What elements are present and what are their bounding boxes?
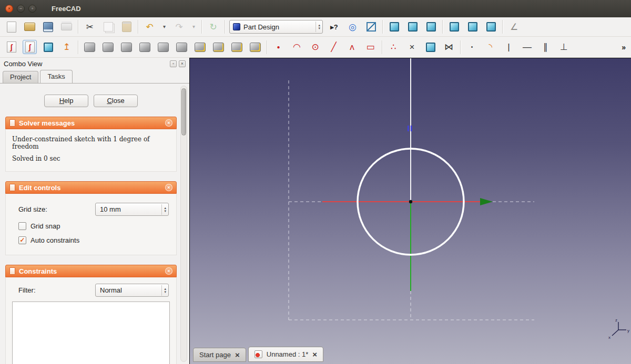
new-document-icon[interactable] xyxy=(4,20,18,34)
close-window-button[interactable]: × xyxy=(5,5,13,13)
open-document-icon[interactable] xyxy=(23,20,37,34)
undo-dropdown-icon[interactable]: ▾ xyxy=(161,20,168,34)
additive-loft-icon[interactable] xyxy=(156,40,170,54)
icon-glyph: ∴ xyxy=(389,42,399,53)
front-view-icon[interactable] xyxy=(387,20,401,34)
constraints-header[interactable]: Constraints × xyxy=(5,265,177,277)
panel-scrollbar-thumb[interactable] xyxy=(181,88,186,136)
tab-project[interactable]: Project xyxy=(3,71,38,83)
constrain-perpendicular-icon[interactable]: ⊥ xyxy=(557,40,571,54)
create-polyline-icon[interactable]: ʌ xyxy=(345,40,359,54)
filter-spinner[interactable]: ▴ ▾ xyxy=(161,285,166,296)
grid-size-spinner[interactable]: ▴ ▾ xyxy=(161,204,166,215)
create-circle-icon[interactable]: ⊙ xyxy=(308,40,322,54)
create-arc-icon[interactable]: ◠ xyxy=(290,40,304,54)
leave-sketch-icon[interactable]: ↥ xyxy=(59,40,74,54)
collapse-section-icon[interactable]: × xyxy=(165,184,172,191)
top-view-icon[interactable] xyxy=(405,20,420,34)
icon-glyph xyxy=(468,22,477,32)
icon-glyph xyxy=(139,43,150,52)
redo-icon[interactable]: ↷ xyxy=(172,20,186,34)
solver-messages-header[interactable]: Solver messages × xyxy=(5,117,177,129)
icon-glyph xyxy=(450,22,459,32)
rear-view-icon[interactable] xyxy=(447,20,461,34)
pocket-icon[interactable] xyxy=(101,40,115,54)
collapse-section-icon[interactable]: × xyxy=(165,267,172,275)
edit-controls-header[interactable]: Edit controls × xyxy=(5,181,177,194)
file-edit-toolbar: ✂↶▾↷▾↻ xyxy=(4,20,225,34)
refresh-icon[interactable]: ↻ xyxy=(206,20,220,34)
chamfer-icon[interactable] xyxy=(211,40,226,54)
create-rectangle-icon[interactable]: ▭ xyxy=(363,40,378,54)
constrain-vertical-icon[interactable]: | xyxy=(502,40,516,54)
combo-view-panel: Combo View ▫ × Project Tasks Help Close … xyxy=(0,58,189,364)
revolution-icon[interactable] xyxy=(119,40,134,54)
additive-pipe-icon[interactable] xyxy=(175,40,189,54)
3d-viewport[interactable]: z y x Start page × Unnamed : 1* × xyxy=(189,58,631,364)
save-document-icon[interactable] xyxy=(41,20,55,34)
whats-this-icon[interactable]: ▸? xyxy=(327,20,341,34)
grid-snap-checkbox[interactable] xyxy=(18,222,26,230)
icon-glyph xyxy=(61,23,72,30)
help-button[interactable]: Help xyxy=(44,95,88,107)
create-point-icon[interactable]: ● xyxy=(271,40,286,54)
external-geometry-icon[interactable] xyxy=(423,40,437,54)
origin-point[interactable] xyxy=(409,200,412,203)
auto-constraints-checkbox[interactable]: ✓ xyxy=(18,236,26,244)
panel-scrollbar[interactable] xyxy=(180,86,187,362)
trim-edge-icon[interactable]: × xyxy=(405,40,419,54)
edit-sketch-icon[interactable]: ʃ xyxy=(23,40,37,54)
symmetry-icon[interactable]: ⋈ xyxy=(442,40,456,54)
unnamed-tab-label: Unnamed : 1* xyxy=(267,350,309,358)
undo-icon[interactable]: ↶ xyxy=(143,20,157,34)
groove-icon[interactable] xyxy=(138,40,152,54)
copy-icon[interactable] xyxy=(101,20,115,34)
close-task-button[interactable]: Close xyxy=(94,95,138,107)
icon-glyph xyxy=(408,22,418,32)
close-panel-icon[interactable]: × xyxy=(179,60,186,67)
toolbar-overflow-icon[interactable]: » xyxy=(622,43,627,51)
print-icon[interactable] xyxy=(59,20,74,34)
constraints-title: Constraints xyxy=(19,267,161,275)
bottom-view-icon[interactable] xyxy=(465,20,480,34)
icon-glyph xyxy=(104,22,113,32)
constraint-filter-select[interactable]: Normal ▴ ▾ xyxy=(95,284,169,297)
paste-icon[interactable] xyxy=(119,20,134,34)
tab-unnamed-document[interactable]: Unnamed : 1* × xyxy=(248,347,323,362)
constrain-lock-icon[interactable]: • xyxy=(465,40,479,54)
fit-all-icon[interactable]: ◎ xyxy=(345,20,360,34)
icon-glyph xyxy=(24,23,35,31)
tab-tasks[interactable]: Tasks xyxy=(40,70,72,83)
measure-distance-icon[interactable]: ∠ xyxy=(507,20,521,34)
tab-start-page[interactable]: Start page × xyxy=(193,348,246,362)
grid-size-select[interactable]: 10 mm ▴ ▾ xyxy=(95,203,169,216)
maximize-window-button[interactable]: ▫ xyxy=(28,5,36,13)
close-tab-icon[interactable]: × xyxy=(312,350,317,358)
fillet-feature-icon[interactable] xyxy=(193,40,207,54)
constrain-arc-icon[interactable]: ◝ xyxy=(483,40,497,54)
float-panel-icon[interactable]: ▫ xyxy=(170,60,177,67)
thickness-icon[interactable] xyxy=(248,40,262,54)
icon-glyph xyxy=(426,22,436,32)
close-tab-icon[interactable]: × xyxy=(235,351,240,359)
draft-icon[interactable] xyxy=(230,40,244,54)
axonometric-view-icon[interactable] xyxy=(364,20,378,34)
constrain-coincident-icon[interactable]: ∴ xyxy=(386,40,401,54)
minimize-window-button[interactable]: − xyxy=(17,5,25,13)
redo-dropdown-icon[interactable]: ▾ xyxy=(190,20,197,34)
constrain-horizontal-icon[interactable]: — xyxy=(520,40,534,54)
axis-label-y: y xyxy=(627,328,629,333)
icon-glyph: ▾ xyxy=(162,22,167,32)
right-view-icon[interactable] xyxy=(424,20,438,34)
workbench-selector[interactable]: Part Design ▴ ▾ xyxy=(229,20,323,34)
cut-icon[interactable]: ✂ xyxy=(83,20,97,34)
constraints-list[interactable] xyxy=(12,301,170,364)
collapse-section-icon[interactable]: × xyxy=(165,119,172,127)
constrain-parallel-icon[interactable]: ∥ xyxy=(538,40,553,54)
pad-icon[interactable] xyxy=(83,40,97,54)
create-sketch-icon[interactable]: ʃ xyxy=(4,40,18,54)
create-line-icon[interactable]: ╱ xyxy=(327,40,341,54)
left-view-icon[interactable] xyxy=(484,20,498,34)
workbench-spinner[interactable]: ▴ ▾ xyxy=(316,22,320,32)
map-sketch-icon[interactable] xyxy=(41,40,55,54)
